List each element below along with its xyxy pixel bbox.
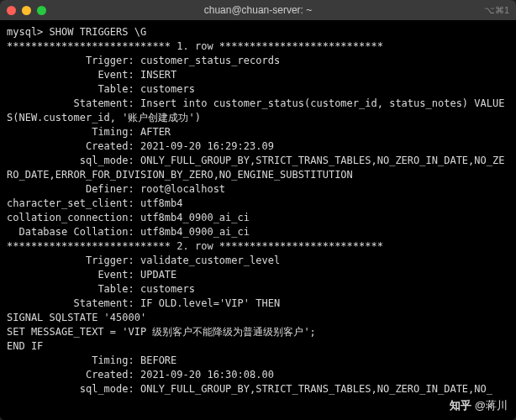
- field-value: validate_customer_level: [134, 255, 280, 266]
- statement-line: END IF: [7, 340, 43, 352]
- field-value: customer_status_records: [134, 55, 280, 66]
- minimize-icon[interactable]: [22, 6, 31, 15]
- field-label: character_set_client:: [7, 197, 134, 209]
- field-label: Statement:: [7, 97, 134, 109]
- row-separator-2: *************************** 2. row *****…: [7, 240, 383, 252]
- field-label: sql_mode:: [7, 155, 134, 166]
- field-label: Created:: [7, 140, 134, 152]
- field-label: Trigger:: [7, 255, 134, 266]
- field-value: AFTER: [134, 126, 171, 138]
- traffic-lights: [7, 6, 46, 15]
- field-value: utf8mb4: [134, 197, 183, 209]
- statement-line: SIGNAL SQLSTATE '45000': [7, 312, 146, 323]
- field-label: Event:: [7, 269, 134, 281]
- field-label: collation_connection:: [7, 212, 134, 223]
- close-icon[interactable]: [7, 6, 16, 15]
- field-value: root@localhost: [134, 183, 225, 195]
- field-label: sql_mode:: [7, 383, 134, 395]
- field-value: IF OLD.level='VIP' THEN: [134, 297, 280, 309]
- field-label: Timing:: [7, 126, 134, 138]
- zoom-icon[interactable]: [37, 6, 46, 15]
- terminal-window: chuan@chuan-server: ~ ⌥⌘1 mysql> SHOW TR…: [0, 0, 516, 420]
- field-label: Definer:: [7, 183, 134, 195]
- field-value: utf8mb4_0900_ai_ci: [134, 212, 250, 223]
- field-label: Timing:: [7, 354, 134, 366]
- field-value: utf8mb4_0900_ai_ci: [134, 226, 250, 238]
- prompt: mysql>: [7, 26, 50, 38]
- field-label: Table:: [7, 283, 134, 295]
- field-label: Created:: [7, 369, 134, 381]
- statement-line: SET MESSAGE_TEXT = 'VIP 级别客户不能降级为普通级别客户'…: [7, 326, 316, 338]
- titlebar: chuan@chuan-server: ~ ⌥⌘1: [0, 0, 516, 20]
- field-label: Table:: [7, 83, 134, 95]
- command-text: SHOW TRIGGERS \G: [50, 26, 147, 38]
- field-value: customers: [134, 283, 195, 295]
- field-label: Event:: [7, 69, 134, 81]
- shortcut-indicator: ⌥⌘1: [484, 5, 509, 16]
- field-value: 2021-09-20 16:30:08.00: [134, 369, 274, 381]
- field-value: ONLY_FULL_GROUP_BY,STRICT_TRANS_TABLES,N…: [134, 383, 492, 395]
- field-value: BEFORE: [134, 354, 177, 366]
- field-value: customers: [134, 83, 195, 95]
- field-value: 2021-09-20 16:29:23.09: [134, 140, 274, 152]
- window-title: chuan@chuan-server: ~: [0, 4, 516, 16]
- row-separator-1: *************************** 1. row *****…: [7, 40, 383, 52]
- field-value: INSERT: [134, 69, 177, 81]
- field-label: Trigger:: [7, 55, 134, 66]
- terminal-output[interactable]: mysql> SHOW TRIGGERS \G ****************…: [0, 20, 516, 420]
- field-label: Database Collation:: [7, 226, 134, 238]
- field-label: Statement:: [7, 297, 134, 309]
- field-value: UPDATE: [134, 269, 177, 281]
